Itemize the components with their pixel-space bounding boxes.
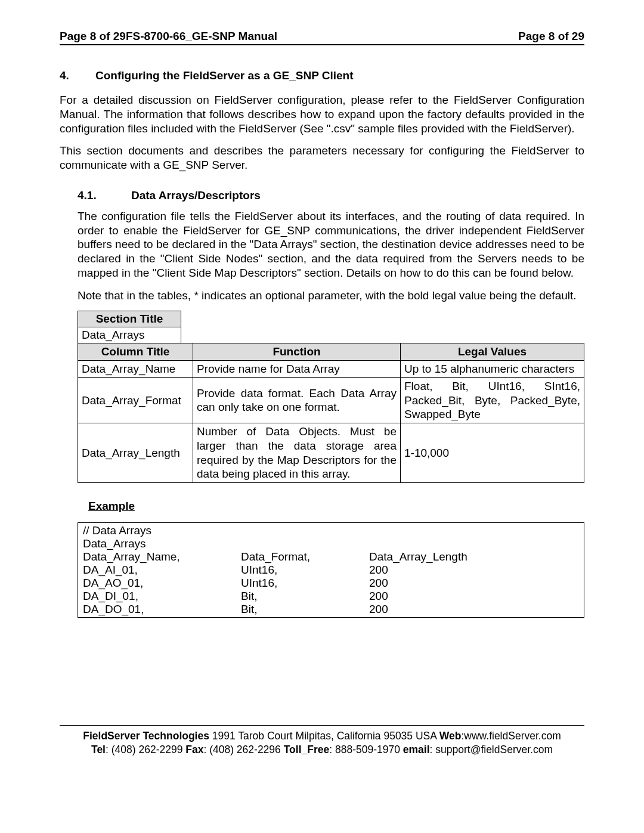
cell-legal: Up to 15 alphanumeric characters	[401, 361, 584, 378]
header-right: Page 8 of 29	[518, 30, 584, 43]
example-cell: Data_Array_Name,	[83, 550, 241, 563]
footer-line-2: Tel: (408) 262-2299 Fax: (408) 262-2296 …	[60, 743, 584, 757]
section-title-value: Data_Arrays	[78, 327, 181, 343]
cell-function: Provide data format. Each Data Array can…	[193, 377, 401, 423]
section-4-title: 4. Configuring the FieldServer as a GE_S…	[60, 69, 584, 82]
example-row: DA_AO_01, UInt16, 200	[83, 577, 579, 590]
footer-web-label: Web	[439, 730, 462, 742]
example-cell	[369, 537, 579, 550]
footer-toll-value: : 888-509-1970	[329, 744, 403, 755]
table-row: Data_Array_Length Number of Data Objects…	[78, 423, 584, 483]
cell-function: Provide name for Data Array	[193, 361, 401, 378]
example-cell	[241, 524, 369, 537]
example-cell: Data_Arrays	[83, 537, 241, 550]
example-cell: 200	[369, 590, 579, 603]
table-header-row: Column Title Function Legal Values	[78, 343, 584, 361]
example-cell: 200	[369, 603, 579, 616]
page: Page 8 of 29FS-8700-66_GE-SNP Manual Pag…	[0, 0, 644, 781]
subsection-para-2: Note that in the tables, * indicates an …	[78, 289, 584, 303]
cell-legal: 1-10,000	[401, 423, 584, 483]
col-header-column-title: Column Title	[78, 343, 193, 361]
page-footer: FieldServer Technologies 1991 Tarob Cour…	[60, 725, 584, 757]
footer-email-label: email	[403, 744, 430, 755]
cell-function: Number of Data Objects. Must be larger t…	[193, 423, 401, 483]
footer-toll-label: Toll_Free	[284, 744, 330, 755]
cell-column: Data_Array_Name	[78, 361, 193, 378]
footer-email-value: : support@fieldServer.com	[430, 744, 553, 755]
example-row: DA_DO_01, Bit, 200	[83, 603, 579, 616]
footer-tel-label: Tel	[91, 744, 106, 755]
section-title-header: Section Title	[78, 311, 181, 327]
example-cell: Data_Array_Length	[369, 550, 579, 563]
example-cell: UInt16,	[241, 577, 369, 590]
example-row: DA_AI_01, UInt16, 200	[83, 563, 579, 577]
section-number: 4.	[60, 69, 95, 82]
example-box: // Data Arrays Data_Arrays Data_Array_Na…	[78, 522, 584, 618]
example-cell: DA_DI_01,	[83, 590, 241, 603]
example-cell: Bit,	[241, 590, 369, 603]
example-cell: UInt16,	[241, 563, 369, 577]
example-cell: // Data Arrays	[83, 524, 241, 537]
footer-line-1: FieldServer Technologies 1991 Tarob Cour…	[60, 729, 584, 743]
cell-column: Data_Array_Format	[78, 377, 193, 423]
example-cell: 200	[369, 577, 579, 590]
section-title-table: Section Title Data_Arrays	[78, 311, 181, 343]
footer-fax-label: Fax	[185, 744, 203, 755]
footer-fax-value: : (408) 262-2296	[203, 744, 283, 755]
footer-tel-value: : (408) 262-2299	[106, 744, 185, 755]
example-cell	[241, 537, 369, 550]
cell-column: Data_Array_Length	[78, 423, 193, 483]
example-cell: DA_AO_01,	[83, 577, 241, 590]
header-left: Page 8 of 29FS-8700-66_GE-SNP Manual	[60, 30, 277, 43]
col-header-function: Function	[193, 343, 401, 361]
example-heading: Example	[88, 500, 584, 513]
page-header: Page 8 of 29FS-8700-66_GE-SNP Manual Pag…	[60, 30, 584, 45]
col-header-legal-values: Legal Values	[401, 343, 584, 361]
subsection-4-1: 4.1. Data Arrays/Descriptors The configu…	[78, 189, 584, 618]
example-cell: DA_AI_01,	[83, 563, 241, 577]
example-row: DA_DI_01, Bit, 200	[83, 590, 579, 603]
subsection-4-1-title: 4.1. Data Arrays/Descriptors	[78, 189, 584, 202]
example-row: Data_Arrays	[83, 537, 579, 550]
section-heading: Configuring the FieldServer as a GE_SNP …	[95, 69, 354, 82]
footer-address: 1991 Tarob Court Milpitas, California 95…	[209, 730, 439, 742]
example-cell: Bit,	[241, 603, 369, 616]
footer-web-value: :www.fieldServer.com	[461, 730, 561, 742]
example-cell: Data_Format,	[241, 550, 369, 563]
section-4-para-1: For a detailed discussion on FieldServer…	[60, 93, 584, 135]
subsection-heading: Data Arrays/Descriptors	[131, 189, 261, 202]
table-row: Data_Array_Name Provide name for Data Ar…	[78, 361, 584, 378]
example-cell: 200	[369, 563, 579, 577]
example-cell	[369, 524, 579, 537]
cell-legal: Float, Bit, UInt16, SInt16, Packed_Bit, …	[401, 377, 584, 423]
example-cell: DA_DO_01,	[83, 603, 241, 616]
example-row: Data_Array_Name, Data_Format, Data_Array…	[83, 550, 579, 563]
subsection-number: 4.1.	[78, 189, 131, 202]
section-4-para-2: This section documents and describes the…	[60, 144, 584, 172]
footer-company: FieldServer Technologies	[83, 730, 209, 742]
table-row: Data_Array_Format Provide data format. E…	[78, 377, 584, 423]
data-arrays-table: Column Title Function Legal Values Data_…	[78, 343, 584, 483]
example-row: // Data Arrays	[83, 524, 579, 537]
subsection-para-1: The configuration file tells the FieldSe…	[78, 209, 584, 280]
